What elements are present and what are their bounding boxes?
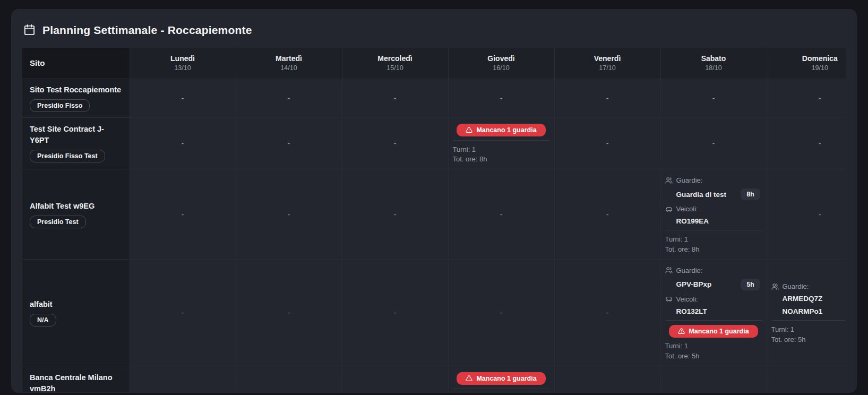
guard-row: NOARMPo1	[783, 307, 846, 315]
site-name: Banca Centrale Milano vmB2h_	[30, 372, 122, 392]
planning-cell[interactable]: -	[767, 169, 846, 260]
empty-cell-dash: -	[288, 139, 290, 148]
planning-cell[interactable]: -	[236, 366, 342, 392]
planning-cell[interactable]: -	[767, 117, 846, 169]
empty-cell-dash: -	[712, 139, 715, 148]
vehicle-name: RO199EA	[676, 217, 709, 225]
guard-name: Guardia di test	[676, 191, 727, 199]
planning-cell[interactable]: -	[130, 79, 236, 117]
day-date-label: 13/10	[130, 64, 236, 72]
empty-cell-dash: -	[288, 94, 290, 102]
site-type-badge: Presidio Fisso	[30, 99, 90, 112]
planning-cell[interactable]: -	[554, 79, 660, 117]
planning-cell[interactable]: -	[342, 169, 448, 260]
day-name-label: Sabato	[661, 54, 767, 63]
guards-icon	[665, 177, 673, 184]
guard-name: GPV-BPxp	[676, 280, 712, 288]
cell-content: Mancano 1 guardiaTurni: 1Tot. ore: 8h	[453, 124, 550, 165]
shifts-count: Turni: 1	[771, 325, 846, 335]
vehicles-label-text: Veicoli:	[676, 295, 698, 303]
planning-cell[interactable]: -	[342, 79, 448, 117]
day-name-label: Lunedì	[130, 54, 236, 63]
site-type-badge: N/A	[30, 314, 56, 327]
site-type-badge: Presidio Fisso Test	[30, 150, 105, 162]
total-hours: Tot. ore: 8h	[665, 245, 762, 255]
planning-cell[interactable]: Guardie:ARMEDQ7ZNOARMPo1Turni: 1Tot. ore…	[767, 259, 846, 366]
planning-cell[interactable]: -	[660, 117, 767, 169]
column-header-day: Martedì14/10	[236, 48, 342, 79]
day-name-label: Mercoledì	[342, 54, 448, 63]
planning-cell[interactable]: -	[236, 79, 342, 117]
planning-cell[interactable]: -	[448, 169, 554, 260]
day-name-label: Martedì	[236, 54, 342, 63]
planning-cell[interactable]: -	[130, 169, 236, 260]
guards-icon	[771, 283, 779, 290]
planning-cell[interactable]: -	[236, 259, 342, 366]
planning-cell[interactable]: Guardie:GPV-BPxp5hVeicoli:RO132LTMancano…	[660, 259, 767, 366]
guard-name: ARMEDQ7Z	[783, 295, 823, 303]
planning-cell[interactable]: -	[660, 79, 767, 117]
column-header-day: Giovedì16/10	[448, 48, 554, 79]
empty-cell-dash: -	[394, 94, 397, 102]
planning-table-container[interactable]: Sito Lunedì13/10Martedì14/10Mercoledì15/…	[22, 48, 846, 392]
planning-cell[interactable]: -	[554, 366, 660, 392]
day-date-label: 18/10	[661, 64, 767, 72]
planning-cell[interactable]: Mancano 1 guardiaTurni: 1Tot. ore: 8h	[448, 366, 554, 392]
planning-cell[interactable]: -	[130, 117, 236, 169]
column-header-day: Venerdì17/10	[554, 48, 660, 79]
planning-cell[interactable]: -	[130, 366, 236, 392]
planning-cell[interactable]: -	[767, 366, 846, 392]
guards-label: Guardie:	[665, 267, 762, 274]
empty-cell-dash: -	[500, 210, 503, 219]
planning-cell[interactable]: -	[767, 79, 846, 117]
planning-cell[interactable]: -	[342, 117, 448, 169]
day-date-label: 15/10	[342, 64, 448, 72]
guard-hours-badge: 8h	[741, 188, 760, 200]
vehicle-icon	[665, 295, 673, 303]
planning-cell[interactable]: Guardie:Guardia di test8hVeicoli:RO199EA…	[660, 169, 767, 260]
planning-cell[interactable]: -	[554, 117, 660, 169]
planning-cell[interactable]: -	[236, 117, 342, 169]
site-cell: alfabitN/A	[22, 259, 130, 366]
empty-cell-dash: -	[819, 388, 821, 392]
planning-cell[interactable]: -	[554, 169, 660, 260]
empty-cell-dash: -	[288, 388, 290, 392]
planning-cell[interactable]: Mancano 1 guardiaTurni: 1Tot. ore: 8h	[448, 117, 554, 169]
empty-cell-dash: -	[394, 139, 397, 148]
table-row: Banca Centrale Milano vmB2h_N/A---Mancan…	[22, 366, 846, 392]
planning-cell[interactable]: -	[342, 366, 448, 392]
cell-divider	[453, 140, 550, 141]
planning-cell[interactable]: -	[342, 259, 448, 366]
planning-cell[interactable]: -	[660, 366, 767, 392]
vehicle-name: RO132LT	[676, 307, 707, 315]
table-row: Alfabit Test w9EGPresidio Test-----Guard…	[22, 169, 846, 260]
guard-hours-badge: 5h	[741, 279, 760, 290]
day-name-label: Venerdì	[555, 54, 660, 63]
empty-cell-dash: -	[394, 210, 397, 219]
alert-wrap: Mancano 1 guardia	[453, 124, 550, 136]
empty-cell-dash: -	[182, 139, 184, 148]
vehicles-label: Veicoli:	[665, 205, 762, 213]
empty-cell-dash: -	[606, 210, 609, 219]
day-date-label: 19/10	[767, 64, 846, 72]
column-header-day: Lunedì13/10	[130, 48, 236, 79]
warning-icon	[466, 126, 472, 133]
site-badge-wrap: Presidio Fisso Test	[30, 150, 122, 162]
planning-cell[interactable]: -	[130, 259, 236, 366]
planning-cell[interactable]: -	[448, 259, 554, 366]
cell-summary: Turni: 1Tot. ore: 5h	[665, 341, 762, 362]
cell-divider	[453, 389, 550, 389]
planning-cell[interactable]: -	[236, 169, 342, 260]
empty-cell-dash: -	[394, 308, 397, 317]
planning-cell[interactable]: -	[448, 79, 554, 117]
empty-cell-dash: -	[606, 94, 609, 102]
site-cell: Sito Test RoccapiemontePresidio Fisso	[22, 79, 130, 117]
missing-guard-alert-text: Mancano 1 guardia	[476, 375, 536, 382]
empty-cell-dash: -	[182, 388, 184, 392]
guards-label-text: Guardie:	[676, 176, 703, 184]
missing-guard-alert-text: Mancano 1 guardia	[689, 328, 749, 335]
guard-row: ARMEDQ7Z	[783, 295, 846, 303]
shifts-count: Turni: 1	[665, 341, 762, 351]
table-row: Sito Test RoccapiemontePresidio Fisso---…	[22, 79, 846, 117]
planning-cell[interactable]: -	[554, 259, 660, 366]
